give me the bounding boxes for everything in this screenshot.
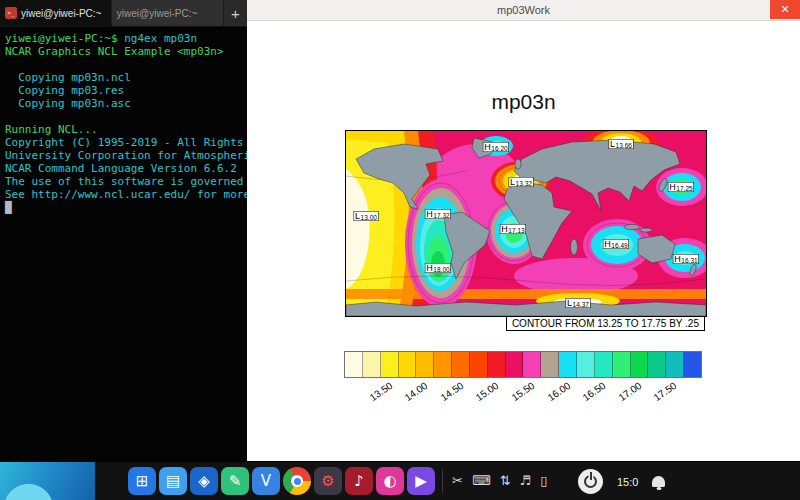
map-low-marker: L14.37	[566, 299, 590, 308]
tray-battery-icon[interactable]: ▯	[540, 467, 547, 495]
tray-network-icon[interactable]: ⇅	[500, 467, 511, 495]
terminal-line	[5, 58, 243, 71]
labelbar-label: 13.50	[367, 380, 394, 403]
labelbar-box	[577, 352, 595, 377]
terminal-app-icon: >_	[5, 7, 17, 19]
map-high-marker: H17.32	[425, 210, 450, 219]
map-markers-layer: H16.20L13.66L13.32H17.25L13.00H17.32H17.…	[346, 131, 706, 316]
terminal-tab-1-label: yiwei@yiwei-PC:~	[21, 8, 101, 19]
contour-info-label: CONTOUR FROM 13.25 TO 17.75 BY .25	[506, 316, 705, 331]
text-editor-icon[interactable]: ✎	[221, 467, 249, 495]
terminal-output[interactable]: yiwei@yiwei-PC:~$ ng4ex mp03nNCAR Graphi…	[0, 27, 247, 214]
map-low-marker: L13.32	[509, 178, 533, 187]
map-high-marker: H16.31	[673, 255, 698, 264]
launcher-icon[interactable]: ⊞	[128, 467, 156, 495]
terminal-line: Copying mp03.res	[5, 84, 243, 97]
terminal-tab-2[interactable]: yiwei@yiwei-PC:~	[112, 0, 224, 26]
labelbar-label: 15.50	[510, 380, 537, 403]
terminal-line: yiwei@yiwei-PC:~$ ng4ex mp03n	[5, 32, 243, 45]
new-tab-button[interactable]: +	[224, 0, 247, 26]
terminal-line: Copying mp03n.ncl	[5, 71, 243, 84]
file-manager-icon[interactable]: ▤	[159, 467, 187, 495]
labelbar-label: 17.00	[616, 380, 643, 403]
app-store-icon[interactable]: ◈	[190, 467, 218, 495]
terminal-line: NCAR Graphics NCL Example <mp03n>	[5, 45, 243, 58]
taskbar: ⊞▤◈✎V⚙♪◐▶ ✂⌨⇅♬▯ 15:0	[0, 461, 800, 500]
labelbar-box	[363, 352, 381, 377]
terminal-line: NCAR Command Language Version 6.6.2	[5, 162, 243, 175]
labelbar-box	[470, 352, 488, 377]
terminal-line: The use of this software is governed by …	[5, 175, 243, 188]
terminal-line: Running NCL...	[5, 123, 243, 136]
map-low-marker: L13.00	[354, 212, 378, 221]
labelbar-box	[434, 352, 452, 377]
labelbar-box	[488, 352, 506, 377]
contour-map: H16.20L13.66L13.32H17.25L13.00H17.32H17.…	[345, 130, 707, 317]
dock-separator	[442, 469, 443, 493]
map-high-marker: H16.49	[603, 240, 628, 249]
labelbar-box	[506, 352, 524, 377]
media-player-icon[interactable]: V	[252, 467, 280, 495]
dock-app-list: ⊞▤◈✎V⚙♪◐▶	[128, 467, 435, 495]
labelbar-label: 16.00	[545, 380, 572, 403]
labelbar-box	[684, 352, 701, 377]
tray-keyboard-icon[interactable]: ⌨	[472, 467, 491, 495]
terminal-line: University Corporation for Atmospheric R…	[5, 149, 243, 162]
labelbar-box	[452, 352, 470, 377]
labelbar-box	[345, 352, 363, 377]
labelbar-box	[381, 352, 399, 377]
labelbar-label: 14.50	[438, 380, 465, 403]
terminal-tab-1[interactable]: >_ yiwei@yiwei-PC:~	[0, 0, 112, 26]
ncl-graphics-window: mp03Work ✕ mp03n	[247, 0, 800, 461]
terminal-tab-bar: >_ yiwei@yiwei-PC:~ yiwei@yiwei-PC:~ +	[0, 0, 247, 27]
map-high-marker: H18.00	[425, 264, 450, 273]
map-high-marker: H16.20	[483, 143, 508, 152]
system-tray: ✂⌨⇅♬▯	[452, 467, 547, 495]
tray-volume-icon[interactable]: ♬	[520, 467, 532, 495]
map-high-marker: H17.13	[500, 225, 525, 234]
power-button[interactable]	[578, 469, 603, 494]
labelbar-box	[399, 352, 417, 377]
terminal-line: █	[5, 201, 243, 214]
control-center-icon[interactable]: ⚙	[314, 467, 342, 495]
taskbar-right: 15:0	[578, 462, 665, 500]
labelbar-box	[523, 352, 541, 377]
labelbar-label: 15.00	[474, 380, 501, 403]
ncl-plot-area: mp03n	[247, 0, 800, 461]
desktop-wallpaper[interactable]	[0, 462, 95, 500]
tray-screenshot-icon[interactable]: ✂	[452, 467, 463, 495]
terminal-line: Copyright (C) 1995-2019 - All Rights Res…	[5, 136, 243, 149]
image-viewer-icon[interactable]: ◐	[376, 467, 404, 495]
music-icon[interactable]: ♪	[345, 467, 373, 495]
labelbar-box	[541, 352, 559, 377]
terminal-window: >_ yiwei@yiwei-PC:~ yiwei@yiwei-PC:~ + y…	[0, 0, 247, 461]
video-icon[interactable]: ▶	[407, 467, 435, 495]
labelbar-box	[666, 352, 684, 377]
labelbar	[345, 352, 701, 377]
chrome-icon[interactable]	[283, 467, 311, 495]
desktop: >_ yiwei@yiwei-PC:~ yiwei@yiwei-PC:~ + y…	[0, 0, 800, 500]
terminal-tab-2-label: yiwei@yiwei-PC:~	[117, 8, 197, 19]
labelbar-labels: 13.5014.0014.5015.0015.5016.0016.5017.00…	[345, 380, 701, 404]
terminal-line: Copying mp03n.asc	[5, 97, 243, 110]
terminal-line: See http://www.ncl.ucar.edu/ for more de…	[5, 188, 243, 201]
labelbar-box	[416, 352, 434, 377]
labelbar-box	[631, 352, 649, 377]
plot-title: mp03n	[247, 90, 800, 114]
labelbar-label: 17.50	[652, 380, 679, 403]
notification-bell-icon[interactable]	[652, 476, 665, 487]
map-high-marker: H17.25	[668, 183, 693, 192]
labelbar-box	[648, 352, 666, 377]
labelbar-box	[559, 352, 577, 377]
terminal-line	[5, 110, 243, 123]
labelbar-box	[613, 352, 631, 377]
clock[interactable]: 15:0	[617, 476, 638, 488]
map-low-marker: L13.66	[609, 140, 633, 149]
labelbar-label: 14.00	[403, 380, 430, 403]
labelbar-label: 16.50	[581, 380, 608, 403]
labelbar-box	[595, 352, 613, 377]
